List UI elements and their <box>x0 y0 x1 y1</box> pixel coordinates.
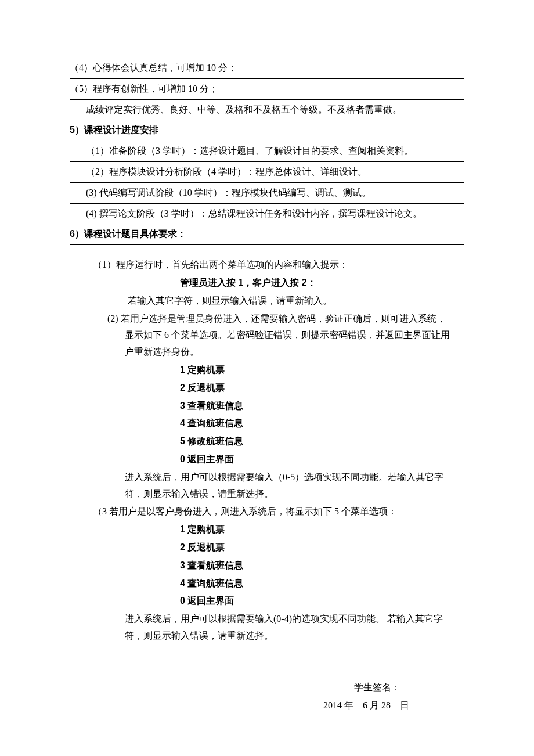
signature-block: 学生签名： 2014 年 6 月 28 日 <box>70 679 464 714</box>
req-1-tail: 若输入其它字符，则显示输入错误，请重新输入。 <box>93 293 453 309</box>
signature-label: 学生签名： <box>354 682 400 692</box>
schedule-item-3: (3) 代码编写调试阶段（10 学时）：程序模块代码编写、调试、测试。 <box>70 183 464 204</box>
schedule-text: （1）准备阶段（3 学时）：选择设计题目、了解设计目的要求、查阅相关资料。 <box>86 146 413 156</box>
schedule-item-1: （1）准备阶段（3 学时）：选择设计题目、了解设计目的要求、查阅相关资料。 <box>70 141 464 162</box>
signature-date: 2014 年 6 月 28 日 <box>70 697 441 714</box>
section-5-header: 5）课程设计进度安排 <box>70 120 464 141</box>
signature-underline <box>400 696 441 696</box>
req-1-bold-line: 管理员进入按 1，客户进入按 2： <box>93 275 453 291</box>
bonus-text: （4）心得体会认真总结，可增加 10 分； <box>70 63 237 73</box>
req-1-head: （1）程序运行时，首先给出两个菜单选项的内容和输入提示： <box>93 257 453 273</box>
admin-menu-0: 0 返回主界面 <box>93 451 453 468</box>
req-3-head: （3 若用户是以客户身份进入，则进入系统后，将显示如下 5 个菜单选项： <box>93 503 453 520</box>
schedule-text: (3) 代码编写调试阶段（10 学时）：程序模块代码编写、调试、测试。 <box>86 188 371 197</box>
req-2-tail: 进入系统后，用户可以根据需要输入（0-5）选项实现不同功能。若输入其它字符，则显… <box>93 469 453 503</box>
section-5-title: 5）课程设计进度安排 <box>70 125 158 135</box>
section-6-title: 6）课程设计题目具体要求： <box>70 229 186 239</box>
schedule-text: （2）程序模块设计分析阶段（4 学时）：程序总体设计、详细设计。 <box>86 167 367 177</box>
section-6-header: 6）课程设计题目具体要求： <box>70 224 464 245</box>
signature-line: 学生签名： <box>70 679 441 696</box>
grade-note: 成绩评定实行优秀、良好、中等、及格和不及格五个等级。不及格者需重做。 <box>86 105 402 114</box>
schedule-item-4: (4) 撰写论文阶段（3 学时）：总结课程设计任务和设计内容，撰写课程设计论文。 <box>70 204 464 225</box>
cust-menu-1: 1 定购机票 <box>93 521 453 538</box>
req-3-tail: 进入系统后，用户可以根据需要输入(0-4)的选项实现不同功能。 若输入其它字符，… <box>93 611 453 645</box>
bonus-text: （5）程序有创新性，可增加 10 分； <box>70 84 218 93</box>
admin-menu-2: 2 反退机票 <box>93 380 453 397</box>
schedule-item-2: （2）程序模块设计分析阶段（4 学时）：程序总体设计、详细设计。 <box>70 162 464 183</box>
schedule-text: (4) 撰写论文阶段（3 学时）：总结课程设计任务和设计内容，撰写课程设计论文。 <box>86 208 422 218</box>
admin-menu-5: 5 修改航班信息 <box>93 433 453 450</box>
requirements-body: （1）程序运行时，首先给出两个菜单选项的内容和输入提示： 管理员进入按 1，客户… <box>70 245 464 645</box>
bonus-item-5: （5）程序有创新性，可增加 10 分； <box>70 79 464 100</box>
cust-menu-3: 3 查看航班信息 <box>93 557 453 574</box>
grade-note-row: 成绩评定实行优秀、良好、中等、及格和不及格五个等级。不及格者需重做。 <box>70 100 464 121</box>
cust-menu-4: 4 查询航班信息 <box>93 575 453 592</box>
cust-menu-0: 0 返回主界面 <box>93 593 453 610</box>
admin-menu-3: 3 查看航班信息 <box>93 398 453 415</box>
cust-menu-2: 2 反退机票 <box>93 539 453 556</box>
req-2-head: (2) 若用户选择是管理员身份进入，还需要输入密码，验证正确后，则可进入系统，显… <box>93 311 453 361</box>
admin-menu-4: 4 查询航班信息 <box>93 415 453 432</box>
admin-menu-1: 1 定购机票 <box>93 362 453 379</box>
bonus-item-4: （4）心得体会认真总结，可增加 10 分； <box>70 58 464 79</box>
